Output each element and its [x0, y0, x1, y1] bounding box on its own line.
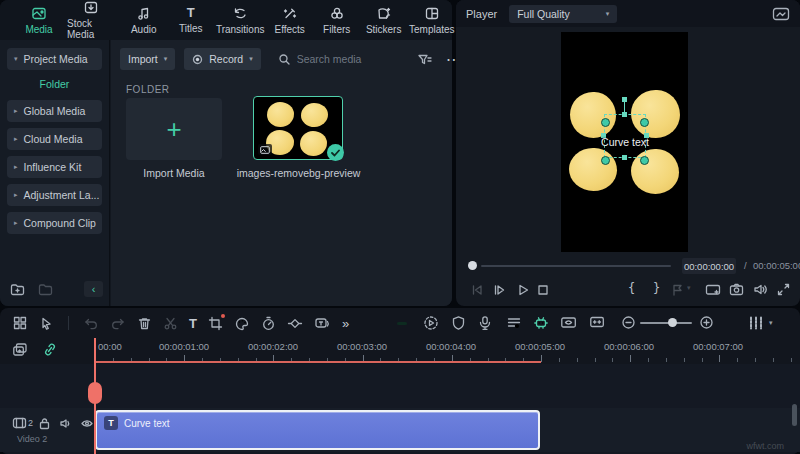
sidebar-item-label: Influence Kit: [24, 161, 82, 173]
stop-button[interactable]: [536, 283, 550, 297]
stickers-icon: [376, 6, 392, 21]
caret-down-icon: ▾: [14, 55, 18, 63]
mirror-display-icon[interactable]: [705, 283, 721, 297]
sidebar-item-label: Cloud Media: [24, 133, 83, 145]
delete-folder-icon[interactable]: [38, 283, 53, 296]
text-tool-icon[interactable]: T: [189, 316, 197, 331]
split-scissors-icon[interactable]: [163, 316, 178, 331]
tab-audio[interactable]: Audio: [125, 6, 163, 35]
curve-node-handle[interactable]: [601, 118, 610, 127]
record-button[interactable]: Record ▾: [184, 48, 260, 70]
sidebar-item-label: Compound Clip: [24, 217, 96, 229]
delete-icon[interactable]: [137, 316, 152, 331]
shield-icon[interactable]: [451, 315, 466, 331]
scrubber-row: 00:00:00:00 / 00:00:05:00: [468, 258, 788, 274]
timeline-tracks-area[interactable]: 2 Video 2 T Curve text wfwt.com: [0, 364, 800, 454]
marker-caret-icon[interactable]: ▾: [687, 284, 691, 292]
import-media-tile[interactable]: +: [126, 98, 222, 160]
sidebar-item-label: Project Media: [24, 53, 88, 65]
sidebar-item-project-media[interactable]: ▾ Project Media: [7, 48, 102, 70]
scrubber-handle[interactable]: [468, 261, 477, 270]
sidebar-folder-selected[interactable]: Folder: [7, 78, 102, 90]
sidebar-item-global-media[interactable]: ▸ Global Media: [7, 100, 102, 122]
zoom-in-icon[interactable]: [699, 315, 714, 330]
new-folder-icon[interactable]: [10, 283, 25, 296]
import-button[interactable]: Import ▾: [120, 48, 175, 70]
audio-mixer-icon[interactable]: [506, 315, 522, 330]
color-palette-icon[interactable]: [234, 316, 250, 331]
preview-window-icon[interactable]: [772, 7, 790, 21]
timeline-clip-curve-text[interactable]: T Curve text: [95, 410, 540, 450]
select-tool-icon[interactable]: [39, 316, 54, 331]
tab-stock-media[interactable]: Stock Media: [67, 0, 116, 40]
preview-quality-eye-icon[interactable]: [560, 315, 577, 330]
sidebar-item-cloud-media[interactable]: ▸ Cloud Media: [7, 128, 102, 150]
fullscreen-icon[interactable]: [777, 283, 790, 296]
sidebar-item-compound-clip[interactable]: ▸ Compound Clip: [7, 212, 102, 234]
video-preview-canvas[interactable]: Curve text: [561, 32, 688, 252]
titles-icon: T: [187, 6, 195, 20]
hide-track-icon[interactable]: [80, 417, 94, 430]
speed-stopwatch-icon[interactable]: [261, 316, 276, 331]
mark-out-button[interactable]: }: [653, 281, 660, 295]
selection-handle-bottom[interactable]: [622, 155, 627, 160]
scrubber-track[interactable]: [481, 265, 671, 267]
quality-value: Full Quality: [517, 8, 570, 20]
voiceover-mic-icon[interactable]: [478, 315, 492, 331]
redo-icon[interactable]: [110, 316, 126, 331]
curve-node-handle[interactable]: [640, 118, 649, 127]
tab-transitions[interactable]: Transitions: [219, 6, 262, 35]
tab-effects[interactable]: Effects: [271, 6, 309, 35]
auto-ripple-link-icon[interactable]: [42, 342, 58, 357]
volume-icon[interactable]: [753, 283, 768, 296]
previous-frame-button[interactable]: [470, 283, 484, 297]
track-manager-caret-icon[interactable]: ▾: [769, 319, 773, 327]
curve-node-handle[interactable]: [640, 156, 649, 165]
playhead-handle[interactable]: [88, 382, 102, 404]
ai-assistant-robot-icon[interactable]: [533, 315, 549, 331]
plus-icon: +: [166, 116, 181, 142]
crop-tool-icon[interactable]: [208, 316, 223, 331]
text-clip-badge-icon: T: [104, 416, 118, 430]
more-tools-icon[interactable]: »: [342, 316, 349, 331]
undo-icon[interactable]: [83, 316, 99, 331]
mute-track-icon[interactable]: [59, 417, 73, 430]
caret-right-icon: ▸: [14, 163, 18, 171]
media-thumbnail[interactable]: [253, 96, 343, 160]
render-preview-icon[interactable]: [423, 315, 439, 331]
snapshot-camera-icon[interactable]: [729, 283, 744, 296]
tab-label: Stickers: [366, 24, 402, 35]
curve-node-handle[interactable]: [601, 156, 610, 165]
mark-in-button[interactable]: {: [628, 281, 635, 295]
tab-media[interactable]: Media: [20, 6, 58, 35]
total-duration: 00:00:05:00: [753, 260, 800, 271]
track-manager-icon[interactable]: [748, 315, 764, 331]
tab-stickers[interactable]: Stickers: [365, 6, 403, 35]
rotate-handle[interactable]: [622, 97, 627, 102]
fit-timeline-icon[interactable]: [589, 315, 605, 329]
play-button[interactable]: [516, 283, 530, 297]
filter-icon[interactable]: [417, 53, 432, 66]
media-view-grid-icon[interactable]: [12, 315, 28, 331]
sidebar-item-influence-kit[interactable]: ▸ Influence Kit: [7, 156, 102, 178]
collapse-sidebar-button[interactable]: ‹: [84, 281, 103, 297]
lock-track-icon[interactable]: [38, 417, 51, 430]
add-to-track-icon[interactable]: [12, 342, 28, 357]
sidebar-item-adjustment-layer[interactable]: ▸ Adjustment La...: [7, 184, 102, 206]
vertical-scrollbar[interactable]: [792, 404, 797, 426]
tab-templates[interactable]: Templates: [412, 6, 452, 35]
timeline-ruler[interactable]: 00:00 00:00:01:00 00:00:02:00 00:00:03:0…: [0, 338, 800, 364]
selected-check-icon: [327, 144, 344, 161]
zoom-slider-handle[interactable]: [668, 318, 677, 327]
tab-titles[interactable]: T Titles: [172, 6, 210, 34]
text-to-speech-icon[interactable]: [314, 316, 331, 331]
keyframe-icon[interactable]: [287, 316, 303, 331]
marker-flag-icon[interactable]: [671, 283, 684, 297]
zoom-slider-track[interactable]: [640, 322, 692, 324]
selection-handle-top[interactable]: [622, 112, 627, 117]
search-input[interactable]: [297, 53, 417, 65]
tab-filters[interactable]: Filters: [318, 6, 356, 35]
zoom-out-icon[interactable]: [621, 315, 636, 330]
next-frame-button[interactable]: [492, 283, 506, 297]
quality-dropdown[interactable]: Full Quality ▾: [509, 5, 617, 23]
